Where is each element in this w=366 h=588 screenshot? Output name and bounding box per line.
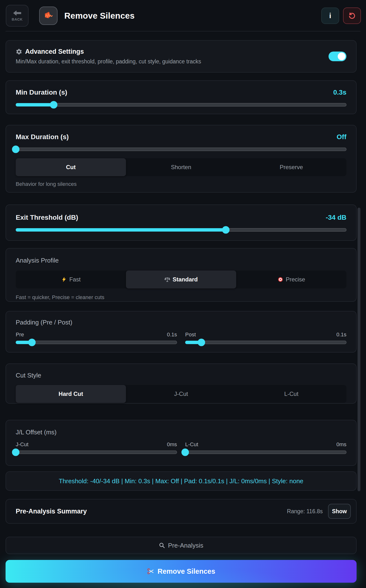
min-duration-label: Min Duration (s) <box>16 89 67 96</box>
segment-hard-cut[interactable]: Hard Cut <box>16 385 126 403</box>
segment-standard-label: Standard <box>173 276 198 283</box>
jl-l-label: L-Cut <box>185 441 198 448</box>
padding-label: Padding (Pre / Post) <box>16 311 346 326</box>
j-cut-slider[interactable] <box>16 451 177 454</box>
segment-l-cut[interactable]: L-Cut <box>236 385 346 403</box>
reset-icon <box>348 12 356 20</box>
max-duration-helper: Behavior for long silences <box>16 181 346 187</box>
padding-post-slider[interactable] <box>185 341 346 344</box>
analysis-profile-label: Analysis Profile <box>16 249 346 264</box>
settings-summary-text: Threshold: -40/-34 dB | Min: 0.3s | Max:… <box>59 478 303 485</box>
pre-analysis-button[interactable]: Pre-Analysis <box>6 537 357 554</box>
slider-thumb[interactable] <box>222 226 229 234</box>
padding-post-label: Post <box>185 331 196 338</box>
exit-threshold-card: Exit Threshold (dB) -34 dB <box>6 204 357 241</box>
segment-cut[interactable]: Cut <box>16 158 126 176</box>
scrollbar[interactable] <box>358 208 360 491</box>
remove-silences-button-label: Remove Silences <box>158 567 215 575</box>
cut-style-label: Cut Style <box>16 364 346 379</box>
advanced-settings-subtitle: Min/Max duration, exit threshold, profil… <box>16 58 319 65</box>
back-button-label: BACK <box>12 17 23 21</box>
min-duration-card: Min Duration (s) 0.3s <box>6 80 357 114</box>
exit-threshold-label: Exit Threshold (dB) <box>16 214 78 221</box>
advanced-settings-title: Advanced Settings <box>25 48 84 55</box>
app-logo <box>39 7 58 25</box>
analysis-profile-card: Analysis Profile Fast <box>6 248 357 302</box>
segment-precise-label: Precise <box>286 276 305 283</box>
exit-threshold-value: -34 dB <box>326 214 346 221</box>
back-arrow-icon <box>13 10 21 16</box>
min-duration-slider[interactable] <box>16 103 346 106</box>
min-duration-value: 0.3s <box>333 89 347 96</box>
slider-thumb[interactable] <box>182 449 189 456</box>
segment-shorten[interactable]: Shorten <box>126 158 236 176</box>
max-duration-slider[interactable] <box>16 148 346 151</box>
scales-icon <box>164 277 170 282</box>
cut-style-segmented: Hard Cut J-Cut L-Cut <box>16 385 346 403</box>
waveform-logo-icon <box>43 10 54 21</box>
jl-offset-card: J/L Offset (ms) J-Cut 0ms <box>6 420 357 466</box>
reset-button[interactable] <box>343 8 361 24</box>
gear-icon <box>16 48 22 55</box>
lightning-icon <box>61 277 67 282</box>
target-icon <box>277 277 283 282</box>
padding-pre-value: 0.1s <box>167 331 177 338</box>
header: BACK Remove Silences i <box>0 0 366 31</box>
page-title: Remove Silences <box>64 11 135 21</box>
cut-style-card: Cut Style Hard Cut J-Cut L-Cut <box>6 363 357 404</box>
remove-silences-panel: BACK Remove Silences i <box>0 0 366 588</box>
remove-silences-button[interactable]: Remove Silences <box>6 560 357 583</box>
segment-precise[interactable]: Precise <box>236 271 346 289</box>
back-button[interactable]: BACK <box>6 5 29 27</box>
header-divider <box>6 31 360 31</box>
analysis-profile-helper: Fast = quicker, Precise = cleaner cuts <box>16 294 346 300</box>
settings-summary-bar: Threshold: -40/-34 dB | Min: 0.3s | Max:… <box>6 471 357 491</box>
scissors-icon <box>147 568 154 575</box>
pre-analysis-button-label: Pre-Analysis <box>168 542 203 549</box>
toggle-knob <box>338 53 345 60</box>
jl-j-value: 0ms <box>167 441 177 448</box>
advanced-settings-toggle[interactable] <box>328 52 346 61</box>
pre-analysis-summary-title: Pre-Analysis Summary <box>16 508 87 515</box>
jl-offset-label: J/L Offset (ms) <box>16 420 346 436</box>
segment-fast-label: Fast <box>69 276 81 283</box>
magnifier-icon <box>159 542 165 549</box>
pre-analysis-summary-card: Pre-Analysis Summary Range: 116.8s Show <box>6 499 357 524</box>
max-duration-label: Max Duration (s) <box>16 133 69 141</box>
advanced-settings-card: Advanced Settings Min/Max duration, exit… <box>6 40 357 73</box>
padding-pre-label: Pre <box>16 331 24 338</box>
segment-preserve[interactable]: Preserve <box>236 158 346 176</box>
padding-pre-slider[interactable] <box>16 341 177 344</box>
jl-j-label: J-Cut <box>16 441 29 448</box>
show-button[interactable]: Show <box>328 504 351 519</box>
segment-j-cut[interactable]: J-Cut <box>126 385 236 403</box>
slider-fill <box>16 228 226 232</box>
padding-post-value: 0.1s <box>336 331 346 338</box>
jl-l-value: 0ms <box>336 441 346 448</box>
info-button[interactable]: i <box>321 8 339 24</box>
padding-card: Padding (Pre / Post) Pre 0.1s <box>6 311 357 353</box>
analysis-profile-segmented: Fast Standard Precis <box>16 271 346 289</box>
exit-threshold-slider[interactable] <box>16 228 346 232</box>
slider-thumb[interactable] <box>198 339 205 346</box>
slider-thumb[interactable] <box>12 146 20 153</box>
slider-thumb[interactable] <box>50 101 58 109</box>
l-cut-slider[interactable] <box>185 451 346 454</box>
max-duration-value: Off <box>337 133 346 141</box>
segment-standard[interactable]: Standard <box>126 271 236 289</box>
max-duration-card: Max Duration (s) Off Cut Shorten Preserv… <box>6 125 357 193</box>
info-icon: i <box>329 12 331 20</box>
range-value: Range: 116.8s <box>287 508 323 515</box>
slider-thumb[interactable] <box>12 449 20 456</box>
slider-fill <box>16 103 54 106</box>
segment-fast[interactable]: Fast <box>16 271 126 289</box>
slider-thumb[interactable] <box>28 339 36 346</box>
max-duration-mode-segmented: Cut Shorten Preserve <box>16 158 346 176</box>
